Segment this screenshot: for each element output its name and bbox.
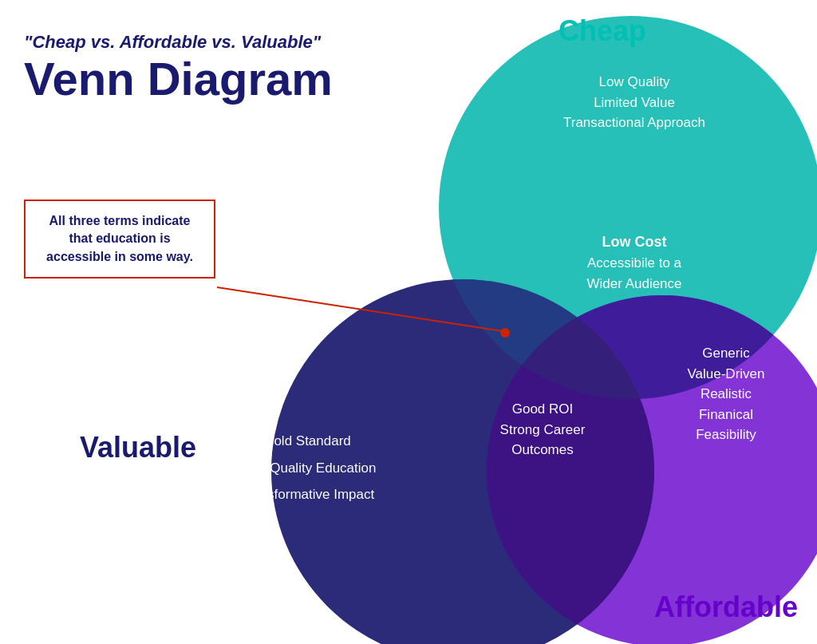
- cheap-line3: Transactional Approach: [555, 113, 714, 133]
- v-line3: Transformative Impact: [231, 484, 383, 505]
- valuable-only-text: Gold Standard High Quality Education Tra…: [231, 431, 383, 505]
- label-valuable: Valuable: [80, 431, 196, 464]
- center-intersection-text: Good ROI Strong Career Outcomes: [479, 399, 606, 460]
- c-line2: Strong Career: [479, 420, 606, 441]
- v-line1: Gold Standard: [231, 431, 383, 452]
- cheap-line1: Low Quality: [555, 72, 714, 93]
- cv-line2: Accessibile to a: [566, 253, 702, 274]
- cheap-affordable-text: Generic Value-Driven Realistic Finanical…: [662, 343, 790, 445]
- venn-container: "Cheap vs. Affordable vs. Valuable" Venn…: [0, 0, 817, 644]
- label-affordable: Affordable: [654, 591, 798, 624]
- ca-line5: Feasibility: [662, 425, 790, 445]
- callout-box: All three terms indicate that education …: [24, 200, 215, 279]
- ca-line3: Realistic: [662, 384, 790, 405]
- c-line1: Good ROI: [479, 399, 606, 420]
- ca-line2: Value-Driven: [662, 364, 790, 385]
- subtitle: "Cheap vs. Affordable vs. Valuable": [24, 32, 333, 53]
- callout-text: All three terms indicate that education …: [38, 212, 201, 266]
- cheap-valuable-text: Low Cost Accessibile to a Wider Audience: [566, 231, 702, 294]
- cheap-only-text: Low Quality Limited Value Transactional …: [555, 72, 714, 133]
- title-area: "Cheap vs. Affordable vs. Valuable" Venn…: [24, 32, 333, 102]
- ca-line4: Finanical: [662, 405, 790, 425]
- cv-line1: Low Cost: [566, 231, 702, 253]
- cv-line3: Wider Audience: [566, 274, 702, 294]
- main-title: Venn Diagram: [24, 56, 333, 102]
- svg-point-11: [500, 328, 510, 338]
- v-line2: High Quality Education: [231, 458, 383, 479]
- label-cheap: Cheap: [558, 14, 646, 48]
- cheap-line2: Limited Value: [555, 93, 714, 113]
- ca-line1: Generic: [662, 343, 790, 364]
- c-line3: Outcomes: [479, 440, 606, 460]
